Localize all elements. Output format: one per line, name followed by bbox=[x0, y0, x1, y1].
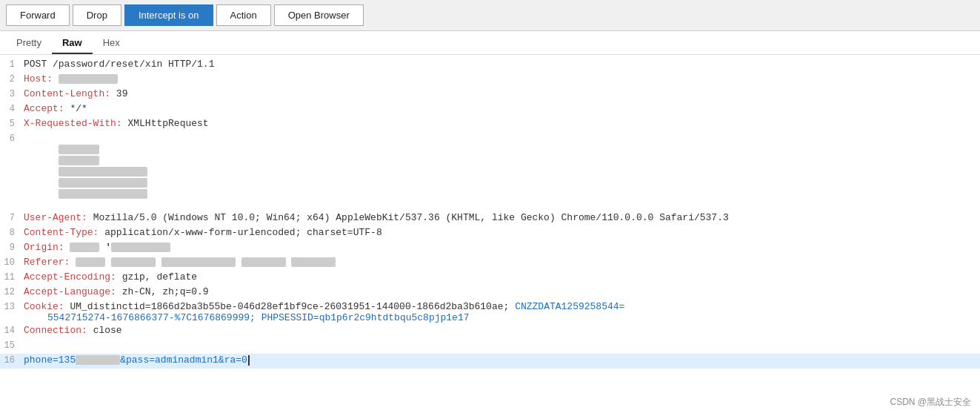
tab-hex[interactable]: Hex bbox=[93, 34, 130, 54]
line-number: 4 bbox=[0, 103, 21, 114]
line-content: Host: bbox=[21, 73, 980, 85]
view-tabs: Pretty Raw Hex bbox=[0, 31, 980, 55]
line-number: 14 bbox=[0, 325, 21, 336]
line-content: Accept: */* bbox=[21, 103, 980, 114]
line-number: 5 bbox=[0, 118, 21, 129]
line-number: 8 bbox=[0, 227, 21, 238]
line-content: User-Agent: Mozilla/5.0 (Windows NT 10.0… bbox=[21, 212, 980, 223]
line-content bbox=[21, 133, 980, 211]
line-content: Cookie: UM_distinctid=1866d2ba3b55be-046… bbox=[21, 301, 980, 323]
line-number: 6 bbox=[0, 133, 21, 144]
line-number: 9 bbox=[0, 242, 21, 253]
line-content bbox=[21, 340, 980, 351]
line-content: X-Requested-With: XMLHttpRequest bbox=[21, 118, 980, 129]
table-row: 1 POST /password/reset/xin HTTP/1.1 bbox=[0, 58, 980, 73]
table-row: 6 bbox=[0, 132, 980, 211]
table-row: 10 Referer: bbox=[0, 256, 980, 271]
table-row: 15 bbox=[0, 339, 980, 354]
table-row: 7 User-Agent: Mozilla/5.0 (Windows NT 10… bbox=[0, 211, 980, 226]
table-row: 14 Connection: close bbox=[0, 324, 980, 339]
action-button[interactable]: Action bbox=[216, 4, 271, 26]
line-content: Accept-Encoding: gzip, deflate bbox=[21, 271, 980, 283]
table-row: 3 Content-Length: 39 bbox=[0, 88, 980, 102]
intercept-button[interactable]: Intercept is on bbox=[124, 4, 213, 26]
line-content: Origin: ' bbox=[21, 242, 980, 253]
line-content: Accept-Language: zh-CN, zh;q=0.9 bbox=[21, 286, 980, 297]
table-row: 5 X-Requested-With: XMLHttpRequest bbox=[0, 117, 980, 132]
table-row: 9 Origin: ' bbox=[0, 241, 980, 256]
table-row: 8 Content-Type: application/x-www-form-u… bbox=[0, 226, 980, 241]
tab-raw[interactable]: Raw bbox=[52, 34, 93, 54]
watermark: CSDN @黑战士安全 bbox=[890, 396, 971, 409]
line-number: 2 bbox=[0, 73, 21, 85]
line-content: Content-Type: application/x-www-form-url… bbox=[21, 227, 980, 238]
open-browser-button[interactable]: Open Browser bbox=[274, 4, 364, 26]
table-row: 2 Host: bbox=[0, 73, 980, 88]
table-row: 12 Accept-Language: zh-CN, zh;q=0.9 bbox=[0, 285, 980, 300]
line-number: 15 bbox=[0, 340, 21, 351]
line-content: Content-Length: 39 bbox=[21, 88, 980, 99]
tab-pretty[interactable]: Pretty bbox=[6, 34, 52, 54]
request-content: 1 POST /password/reset/xin HTTP/1.1 2 Ho… bbox=[0, 55, 980, 407]
table-row: 13 Cookie: UM_distinctid=1866d2ba3b55be-… bbox=[0, 300, 980, 324]
line-content: Referer: bbox=[21, 257, 980, 268]
line-number: 13 bbox=[0, 301, 21, 312]
line-number: 7 bbox=[0, 212, 21, 223]
table-row[interactable]: 16 phone=135 &pass=adminadmin1&ra=0 bbox=[0, 354, 980, 369]
toolbar: Forward Drop Intercept is on Action Open… bbox=[0, 0, 980, 31]
line-number: 16 bbox=[0, 354, 21, 366]
line-content: phone=135 &pass=adminadmin1&ra=0 bbox=[21, 354, 980, 366]
line-number: 12 bbox=[0, 286, 21, 297]
line-number: 11 bbox=[0, 271, 21, 283]
line-number: 1 bbox=[0, 59, 21, 70]
line-number: 3 bbox=[0, 88, 21, 99]
forward-button[interactable]: Forward bbox=[6, 4, 70, 26]
line-content: Connection: close bbox=[21, 325, 980, 336]
table-row: 4 Accept: */* bbox=[0, 102, 980, 117]
line-number: 10 bbox=[0, 257, 21, 268]
drop-button[interactable]: Drop bbox=[73, 4, 121, 26]
table-row: 11 Accept-Encoding: gzip, deflate bbox=[0, 271, 980, 285]
line-content: POST /password/reset/xin HTTP/1.1 bbox=[21, 59, 980, 70]
